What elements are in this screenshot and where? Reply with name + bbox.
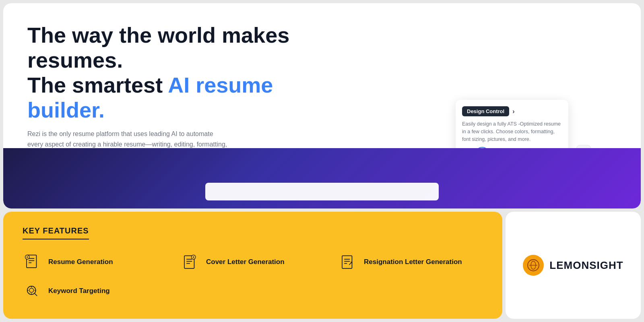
dark-section <box>3 148 641 208</box>
design-control-header: Design Control › <box>462 106 562 116</box>
resignation-icon <box>338 252 357 272</box>
design-control-description: Easily design a fully ATS -Optimized res… <box>462 120 562 143</box>
features-title: KEY FEATURES <box>23 226 89 239</box>
keyword-icon <box>23 281 42 301</box>
top-card: The way the world makes resumes. The sma… <box>3 3 641 208</box>
lemonsight-card: LEMONSIGHT <box>506 212 641 319</box>
bottom-row: KEY FEATURES <box>3 212 641 319</box>
svg-rect-16 <box>342 256 352 268</box>
feature-resignation-letter: Resignation Letter Generation <box>338 252 483 272</box>
svg-point-24 <box>29 288 34 293</box>
feature-resignation-label: Resignation Letter Generation <box>364 258 462 266</box>
search-bar-preview <box>205 183 439 200</box>
feature-resume-label: Resume Generation <box>48 258 113 266</box>
svg-line-29 <box>35 293 37 296</box>
features-grid: Resume Generation <box>23 252 483 301</box>
feature-cover-letter: Cover Letter Generation <box>180 252 325 272</box>
lemonsight-name: LEMONSIGHT <box>549 259 623 272</box>
feature-keyword-label: Keyword Targeting <box>48 287 110 295</box>
cover-letter-icon <box>180 252 200 272</box>
resume-icon <box>23 252 42 272</box>
feature-keyword-targeting: Keyword Targeting <box>23 281 167 301</box>
features-card: KEY FEATURES <box>3 212 502 319</box>
lemonsight-logo-circle <box>523 255 544 276</box>
hero-line1: The way the world makes resumes. <box>27 23 289 72</box>
feature-resume-generation: Resume Generation <box>23 252 167 272</box>
design-control-badge: Design Control <box>462 106 509 116</box>
feature-cover-letter-label: Cover Letter Generation <box>206 258 285 266</box>
svg-line-20 <box>349 262 352 265</box>
hero-line2-prefix: The smartest <box>27 73 168 97</box>
chevron-right-icon[interactable]: › <box>512 108 514 115</box>
